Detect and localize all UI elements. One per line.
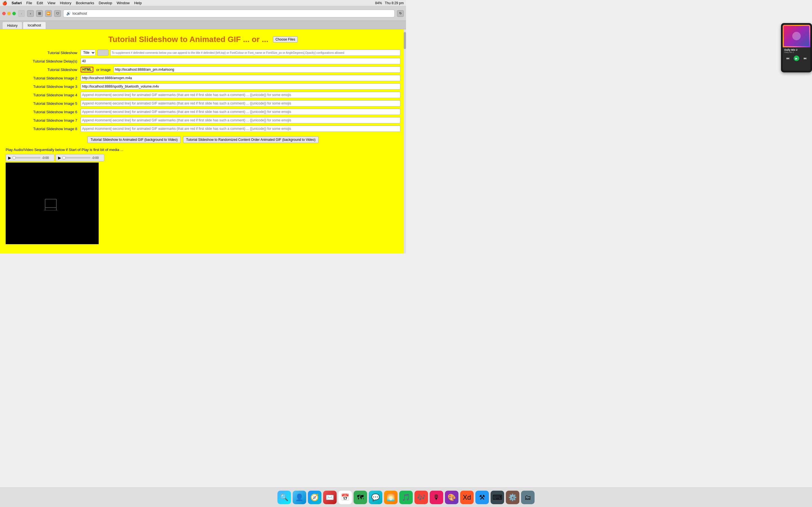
apple-menu[interactable]: 🍎: [2, 1, 7, 5]
traffic-lights: [2, 12, 16, 15]
scrollbar[interactable]: [404, 29, 406, 253]
page-title: Tutorial Slideshow to Animated GIF ... o…: [108, 35, 268, 44]
menu-safari[interactable]: Safari: [11, 1, 22, 5]
time-label-1: -0:00: [42, 156, 52, 159]
clock: Thu 8:29 pm: [385, 1, 404, 5]
delay-row: Tutorial Slideshow Delay(s): [6, 58, 400, 64]
menu-edit[interactable]: Edit: [37, 1, 43, 5]
close-button[interactable]: [2, 12, 6, 15]
image5-row: Tutorial Slideshow Image 5: [6, 100, 400, 107]
slideshow-title-row: Tutorial Slideshow Title: [6, 50, 400, 56]
progress-bar-2[interactable]: [62, 157, 91, 159]
play-button-1[interactable]: ▶: [8, 156, 11, 160]
image7-input[interactable]: [81, 117, 400, 123]
image6-label: Tutorial Slideshow Image 6: [6, 110, 79, 114]
animated-gif-button[interactable]: Tutorial Slideshow to Animated GIF (back…: [87, 136, 181, 143]
tab-history[interactable]: History: [2, 22, 22, 29]
image5-input[interactable]: [81, 100, 400, 107]
av-section: Play Audio/Video Sequentially below if S…: [6, 148, 400, 244]
video-placeholder-icon: [44, 196, 61, 210]
action-buttons-row: Tutorial Slideshow to Animated GIF (back…: [6, 136, 400, 143]
av-section-label: Play Audio/Video Sequentially below if S…: [6, 148, 400, 152]
image8-row: Tutorial Slideshow Image 8: [6, 126, 400, 132]
forward-button[interactable]: ›: [27, 10, 34, 17]
url-bar[interactable]: 🔊 localhost: [63, 10, 395, 17]
video-player[interactable]: [6, 163, 99, 244]
menu-bar-right: 84% Thu 8:29 pm: [375, 1, 404, 5]
minimize-button[interactable]: [7, 12, 11, 15]
page-title-row: Tutorial Slideshow to Animated GIF ... o…: [6, 35, 400, 44]
maximize-button[interactable]: [12, 12, 16, 15]
html-badge: HTML: [81, 67, 93, 72]
slideshow-title-input[interactable]: [110, 50, 400, 56]
tab-localhost[interactable]: localhost: [23, 22, 46, 29]
or-image-text: or Image: [96, 68, 110, 72]
menu-bookmarks[interactable]: Bookmarks: [76, 1, 94, 5]
choose-files-button[interactable]: Choose Files: [273, 36, 298, 43]
menu-window[interactable]: Window: [117, 1, 130, 5]
image2-label: Tutorial Slideshow Image 2: [6, 76, 79, 80]
svg-rect-0: [45, 199, 56, 208]
html-or-image-label: Tutorial Slideshow: [6, 68, 79, 72]
image6-input[interactable]: [81, 109, 400, 115]
delay-label: Tutorial Slideshow Delay(s): [6, 59, 79, 63]
delay-input[interactable]: [81, 58, 400, 64]
image4-input[interactable]: [81, 92, 400, 98]
sidebar-toggle[interactable]: ⊞: [36, 10, 43, 17]
battery-indicator: 84%: [375, 1, 382, 5]
tab-bar: History localhost: [0, 21, 406, 29]
page-content: Tutorial Slideshow to Animated GIF ... o…: [0, 29, 406, 253]
slideshow-title-dropdown[interactable]: Title: [81, 50, 96, 56]
menu-bar: 🍎 Safari File Edit View History Bookmark…: [0, 0, 406, 6]
image6-row: Tutorial Slideshow Image 6: [6, 109, 400, 115]
image7-label: Tutorial Slideshow Image 7: [6, 118, 79, 122]
content-area: Tutorial Slideshow to Animated GIF ... o…: [0, 29, 406, 253]
menu-history[interactable]: History: [60, 1, 71, 5]
image3-row: Tutorial Slideshow Image 3: [6, 83, 400, 90]
reader-button[interactable]: ⏩: [45, 10, 52, 17]
progress-bar-1[interactable]: [12, 157, 41, 159]
image5-label: Tutorial Slideshow Image 5: [6, 101, 79, 106]
color-picker[interactable]: [97, 50, 109, 56]
image4-label: Tutorial Slideshow Image 4: [6, 93, 79, 97]
audio-controls-row: ▶ -0:00 ▶ -0:00: [6, 154, 400, 161]
shield-button[interactable]: 🛡: [54, 10, 61, 17]
menu-file[interactable]: File: [26, 1, 32, 5]
slideshow-title-label: Tutorial Slideshow: [6, 51, 79, 55]
image2-row: Tutorial Slideshow Image 2: [6, 75, 400, 81]
image8-label: Tutorial Slideshow Image 8: [6, 127, 79, 131]
play-button-2[interactable]: ▶: [58, 156, 61, 160]
html-url-input[interactable]: [114, 66, 400, 73]
menu-develop[interactable]: Develop: [99, 1, 112, 5]
browser-chrome: ‹ › ⊞ ⏩ 🛡 🔊 localhost ↻: [0, 6, 406, 21]
image2-input[interactable]: [81, 75, 400, 81]
menu-help[interactable]: Help: [134, 1, 142, 5]
image3-input[interactable]: [81, 83, 400, 90]
audio-icon: 🔊: [66, 11, 71, 15]
url-bar-wrapper: 🔊 localhost: [63, 10, 395, 17]
scrollbar-thumb[interactable]: [404, 32, 406, 49]
image7-row: Tutorial Slideshow Image 7: [6, 117, 400, 123]
url-text: localhost: [72, 11, 87, 15]
refresh-button[interactable]: ↻: [397, 10, 404, 17]
menu-view[interactable]: View: [48, 1, 56, 5]
image8-input[interactable]: [81, 126, 400, 132]
randomized-gif-button[interactable]: Tutorial Slideshow to Randomized Content…: [183, 136, 319, 143]
image3-label: Tutorial Slideshow Image 3: [6, 84, 79, 89]
image4-row: Tutorial Slideshow Image 4: [6, 92, 400, 98]
back-button[interactable]: ‹: [18, 10, 25, 17]
html-or-image-row: Tutorial Slideshow HTML or Image: [6, 66, 400, 73]
time-label-2: -0:00: [92, 156, 102, 159]
